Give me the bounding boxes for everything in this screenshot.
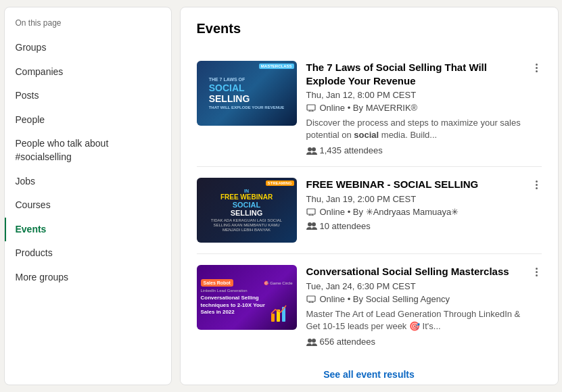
event-title[interactable]: The 7 Laws of Social Selling That Will E…: [306, 61, 523, 87]
event-item: IN FREE WEBINAR SOCIAL SELLING TIDAK ADA…: [197, 167, 542, 254]
sidebar-item-courses[interactable]: Courses: [5, 193, 171, 218]
event-attendees: 10 attendees: [306, 221, 523, 231]
event-location: Online • By ✳Andryaas Mamuaya✳: [306, 207, 523, 217]
event-item: Sales Robot 🎯 Game Circle LinkedIn Lead …: [197, 254, 542, 358]
svg-point-4: [308, 147, 312, 151]
main-content: Events THE 7 LAWS OF SOCIAL SELLING THAT…: [180, 7, 559, 385]
svg-point-19: [308, 339, 312, 343]
event-content: Conversational Social Selling Masterclas…: [306, 265, 542, 347]
event-thumbnail[interactable]: IN FREE WEBINAR SOCIAL SELLING TIDAK ADA…: [197, 178, 297, 243]
event-date: Thu, Jan 19, 2:00 PM CEST: [306, 194, 523, 204]
see-all-section: See all event results: [197, 358, 542, 383]
sidebar-item-companies[interactable]: Companies: [5, 60, 171, 84]
sidebar-item-products[interactable]: Products: [5, 241, 171, 266]
monitor-icon: [306, 295, 316, 303]
event-date: Thu, Jan 12, 8:00 PM CEST: [306, 90, 523, 100]
event-content: The 7 Laws of Social Selling That Will E…: [306, 61, 542, 155]
see-all-link[interactable]: See all event results: [323, 369, 415, 380]
svg-rect-6: [307, 209, 315, 214]
app-container: On this page GroupsCompaniesPostsPeopleP…: [4, 7, 559, 385]
event-description: Master The Art of Lead Generation Throug…: [306, 308, 523, 333]
svg-rect-15: [307, 296, 315, 301]
sidebar-item-people[interactable]: People: [5, 108, 171, 132]
monitor-icon: [306, 104, 316, 112]
event-content: FREE WEBINAR - SOCIAL SELLINGThu, Jan 19…: [306, 178, 542, 231]
sidebar-item-posts[interactable]: Posts: [5, 84, 171, 108]
event-description: Discover the process and steps to maximi…: [306, 117, 523, 141]
monitor-icon: [306, 208, 316, 216]
event-location: Online • By Social Selling Agency: [306, 294, 523, 304]
event-list: THE 7 LAWS OF SOCIAL SELLING THAT WILL E…: [197, 50, 542, 358]
event-more-button[interactable]: [532, 265, 542, 279]
event-item: THE 7 LAWS OF SOCIAL SELLING THAT WILL E…: [197, 50, 542, 167]
attendees-icon: [306, 338, 317, 346]
attendees-icon: [306, 147, 317, 155]
svg-rect-0: [307, 105, 315, 110]
event-attendees: 1,435 attendees: [306, 145, 523, 155]
svg-rect-12: [271, 314, 275, 322]
sidebar: On this page GroupsCompaniesPostsPeopleP…: [4, 7, 172, 385]
svg-point-11: [312, 222, 316, 226]
event-more-button[interactable]: [532, 178, 542, 192]
event-more-button[interactable]: [532, 61, 542, 75]
event-attendees: 656 attendees: [306, 337, 523, 347]
sidebar-item-people-who-talk-about-#socialselling[interactable]: People who talk about #socialselling: [5, 132, 171, 169]
svg-point-20: [312, 339, 316, 343]
sidebar-nav: GroupsCompaniesPostsPeoplePeople who tal…: [5, 36, 171, 290]
event-title[interactable]: Conversational Social Selling Masterclas…: [306, 265, 523, 278]
event-location: Online • By MAVERRIK®: [306, 103, 523, 113]
sidebar-item-events[interactable]: Events: [5, 218, 171, 242]
svg-point-5: [312, 147, 316, 151]
sidebar-item-jobs[interactable]: Jobs: [5, 170, 171, 194]
sidebar-item-more-groups[interactable]: More groups: [5, 266, 171, 290]
page-title: Events: [197, 21, 542, 36]
attendees-icon: [306, 222, 317, 230]
sidebar-header: On this page: [5, 18, 171, 36]
event-title[interactable]: FREE WEBINAR - SOCIAL SELLING: [306, 178, 523, 191]
svg-point-10: [308, 222, 312, 226]
event-thumbnail[interactable]: Sales Robot 🎯 Game Circle LinkedIn Lead …: [197, 265, 297, 330]
event-date: Tue, Jan 24, 6:30 PM CEST: [306, 281, 523, 291]
event-thumbnail[interactable]: THE 7 LAWS OF SOCIAL SELLING THAT WILL E…: [197, 61, 297, 126]
sidebar-item-groups[interactable]: Groups: [5, 36, 171, 60]
